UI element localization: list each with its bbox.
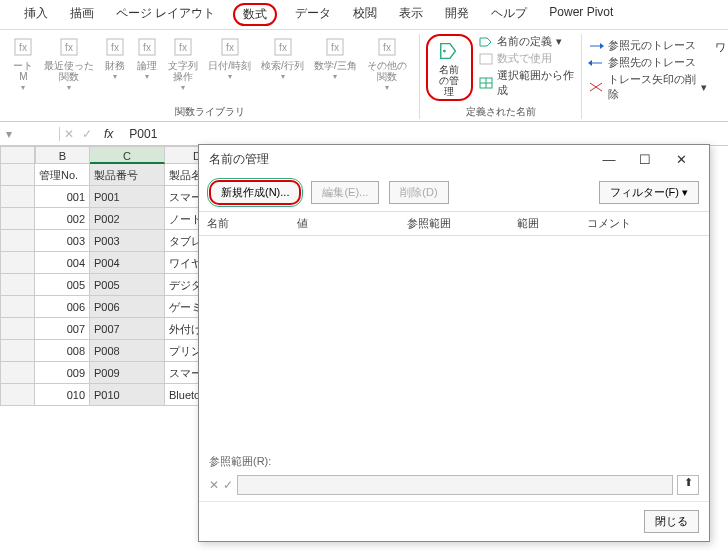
ribbon-tab-5[interactable]: 校閲: [349, 3, 381, 26]
new-name-button[interactable]: 新規作成(N)...: [209, 180, 301, 205]
svg-text:fx: fx: [279, 42, 287, 53]
cell[interactable]: P001: [90, 186, 165, 208]
cell[interactable]: 002: [35, 208, 90, 230]
ribbon-tab-4[interactable]: データ: [291, 3, 335, 26]
close-button[interactable]: ✕: [663, 152, 699, 167]
ribbon-tabs: 挿入描画ページ レイアウト数式データ校閲表示開発ヘルプPower Pivot: [0, 0, 728, 30]
define-name-button[interactable]: 名前の定義 ▾: [479, 34, 575, 49]
dropdown-icon: ▾: [556, 35, 562, 48]
func-item-6[interactable]: fx検索/行列▾: [259, 34, 306, 84]
fx-button[interactable]: fx: [96, 127, 121, 141]
ribbon-tab-7[interactable]: 開発: [441, 3, 473, 26]
trace-dependents-button[interactable]: 参照先のトレース: [588, 55, 707, 70]
cell[interactable]: 004: [35, 252, 90, 274]
func-item-2[interactable]: fx財務▾: [102, 34, 128, 84]
svg-rect-19: [480, 54, 492, 64]
col-name[interactable]: 名前: [207, 216, 297, 231]
row-header[interactable]: [0, 340, 35, 362]
dialog-toolbar: 新規作成(N)... 編集(E)... 削除(D) フィルター(F) ▾: [199, 174, 709, 211]
row-header[interactable]: [0, 384, 35, 406]
ribbon-tab-3[interactable]: 数式: [233, 3, 277, 26]
row-header[interactable]: [0, 252, 35, 274]
function-icon: fx: [172, 36, 194, 58]
svg-text:fx: fx: [226, 42, 234, 53]
ribbon-tab-0[interactable]: 挿入: [20, 3, 52, 26]
cell[interactable]: P005: [90, 274, 165, 296]
row-header[interactable]: [0, 208, 35, 230]
create-from-selection-button[interactable]: 選択範囲から作成: [479, 68, 575, 98]
filter-button[interactable]: フィルター(F) ▾: [599, 181, 699, 204]
name-box[interactable]: ▾: [0, 127, 60, 141]
minimize-button[interactable]: ―: [591, 152, 627, 167]
func-item-4[interactable]: fx文字列 操作▾: [166, 34, 200, 95]
cell[interactable]: P002: [90, 208, 165, 230]
svg-text:fx: fx: [65, 42, 73, 53]
cell[interactable]: 009: [35, 362, 90, 384]
dialog-footer: 閉じる: [199, 501, 709, 541]
func-item-7[interactable]: fx数学/三角▾: [312, 34, 359, 84]
cell[interactable]: P004: [90, 252, 165, 274]
select-all-corner[interactable]: [0, 146, 35, 164]
col-comment[interactable]: コメント: [587, 216, 701, 231]
formula-value[interactable]: P001: [121, 127, 165, 141]
name-manager-button[interactable]: 名前 の管理: [434, 38, 465, 99]
cell[interactable]: P009: [90, 362, 165, 384]
svg-text:fx: fx: [19, 42, 27, 53]
remove-arrows-button[interactable]: トレース矢印の削除 ▾: [588, 72, 707, 102]
col-scope[interactable]: 範囲: [517, 216, 587, 231]
func-item-3[interactable]: fx論理▾: [134, 34, 160, 84]
accept-ref-icon: ✓: [223, 478, 233, 492]
row-header[interactable]: [0, 362, 35, 384]
header-cell[interactable]: 製品番号: [90, 164, 165, 186]
col-header-B[interactable]: B: [35, 146, 90, 164]
func-item-0[interactable]: fxート M▾: [10, 34, 36, 95]
cell[interactable]: P003: [90, 230, 165, 252]
cell[interactable]: 006: [35, 296, 90, 318]
row-header[interactable]: [0, 296, 35, 318]
dropdown-icon: ▾: [701, 81, 707, 94]
cell[interactable]: 005: [35, 274, 90, 296]
func-item-5[interactable]: fx日付/時刻▾: [206, 34, 253, 84]
cell[interactable]: 001: [35, 186, 90, 208]
highlight-name-manager: 名前 の管理: [426, 34, 473, 101]
dialog-close-button[interactable]: 閉じる: [644, 510, 699, 533]
cell[interactable]: 010: [35, 384, 90, 406]
cell[interactable]: P007: [90, 318, 165, 340]
ribbon-tab-1[interactable]: 描画: [66, 3, 98, 26]
row-header[interactable]: [0, 274, 35, 296]
cell[interactable]: P006: [90, 296, 165, 318]
header-cell[interactable]: 管理No.: [35, 164, 90, 186]
dialog-name-list[interactable]: [199, 236, 709, 450]
cell[interactable]: 003: [35, 230, 90, 252]
cell[interactable]: P008: [90, 340, 165, 362]
refers-to-label: 参照範囲(R):: [199, 450, 709, 473]
cell[interactable]: 008: [35, 340, 90, 362]
col-value[interactable]: 値: [297, 216, 407, 231]
function-icon: fx: [324, 36, 346, 58]
ribbon: fxート M▾fx最近使った 関数▾fx財務▾fx論理▾fx文字列 操作▾fx日…: [0, 30, 728, 122]
func-item-8[interactable]: fxその他の 関数▾: [365, 34, 409, 95]
range-picker-button[interactable]: ⬆: [677, 475, 699, 495]
row-header[interactable]: [0, 318, 35, 340]
maximize-button[interactable]: ☐: [627, 152, 663, 167]
svg-point-18: [443, 50, 446, 53]
col-ref[interactable]: 参照範囲: [407, 216, 517, 231]
refers-to-input[interactable]: [237, 475, 673, 495]
svg-text:fx: fx: [179, 42, 187, 53]
cell[interactable]: 007: [35, 318, 90, 340]
group-formula-auditing: 参照元のトレース 参照先のトレース トレース矢印の削除 ▾: [582, 34, 713, 119]
refers-to-row: ✕ ✓ ⬆: [199, 473, 709, 501]
ribbon-tab-6[interactable]: 表示: [395, 3, 427, 26]
func-item-1[interactable]: fx最近使った 関数▾: [42, 34, 96, 95]
ribbon-tab-2[interactable]: ページ レイアウト: [112, 3, 219, 26]
ribbon-tab-8[interactable]: ヘルプ: [487, 3, 531, 26]
col-header-C[interactable]: C: [90, 146, 165, 164]
formula-icon: [479, 53, 493, 65]
row-header[interactable]: [0, 230, 35, 252]
name-manager-dialog: 名前の管理 ― ☐ ✕ 新規作成(N)... 編集(E)... 削除(D) フィ…: [198, 144, 710, 542]
trace-precedents-button[interactable]: 参照元のトレース: [588, 38, 707, 53]
row-header[interactable]: [0, 164, 35, 186]
cell[interactable]: P010: [90, 384, 165, 406]
row-header[interactable]: [0, 186, 35, 208]
ribbon-tab-9[interactable]: Power Pivot: [545, 3, 617, 26]
